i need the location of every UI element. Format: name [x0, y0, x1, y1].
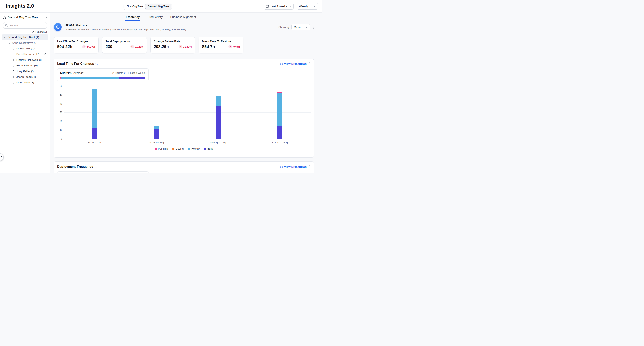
tree-item[interactable]: Brian Kirkland (6) [2, 63, 48, 68]
lead-time-kebab-menu-icon[interactable] [309, 62, 311, 66]
dora-kebab-menu-icon[interactable] [312, 25, 314, 29]
metric-value-row: 230↘21.23% [106, 44, 144, 49]
tree-item-label: Brian Kirkland (6) [16, 64, 38, 67]
calendar-icon [266, 5, 269, 8]
lead-time-title: Lead Time For Changes [57, 62, 94, 66]
y-axis-tick-label: 0 [57, 137, 62, 140]
metric-title: Lead Time For Changes [57, 40, 95, 43]
chevron-down-icon [306, 26, 308, 28]
chart-bar[interactable] [92, 89, 97, 139]
chevron-down-icon[interactable] [8, 42, 10, 44]
trend-delta: 84.37% [87, 45, 95, 48]
search-icon [5, 24, 8, 27]
tree-item[interactable]: Maya Yette (3) [2, 80, 48, 85]
bar-segment-review [92, 89, 97, 128]
y-axis-tick-label: 40 [57, 102, 62, 105]
header-controls: Last 4 Weeks Weekly [264, 3, 318, 9]
tree-item[interactable]: Direct Reports of A... [2, 51, 48, 57]
tree-item[interactable]: Mary Lowery (6) [2, 46, 48, 51]
chart-bar[interactable] [216, 96, 220, 139]
tree-item[interactable]: Lindsay Liszewski (8) [2, 57, 48, 63]
chevron-right-icon[interactable] [12, 59, 15, 61]
app-title: Insights 2.0 [6, 3, 34, 9]
chart-bar[interactable] [154, 126, 159, 139]
sidebar-header: Second Org Tree Root [3, 15, 47, 19]
tree-item[interactable]: Tony Pallas (5) [2, 68, 48, 74]
metric-title: Mean Time To Restore [202, 40, 240, 43]
chevron-up-icon[interactable] [44, 16, 47, 18]
deployment-frequency-kebab-menu-icon[interactable] [309, 165, 311, 169]
legend-label: Planning [158, 147, 168, 150]
tree-item[interactable]: Jason Stead (4) [2, 74, 48, 80]
chart-bar[interactable] [277, 92, 282, 139]
info-icon[interactable] [95, 62, 98, 65]
trend-up-icon: ↗ [228, 45, 232, 48]
tab-business-alignment[interactable]: Business Alignment [170, 14, 196, 21]
tickets-count: 404 Tickets [110, 71, 123, 74]
view-breakdown-button[interactable]: View Breakdown [280, 165, 306, 168]
legend-item[interactable]: Coding [172, 147, 184, 150]
gridline [64, 112, 311, 113]
chevron-right-icon[interactable] [12, 70, 15, 73]
gridline [64, 104, 311, 104]
toggle-first-org-tree[interactable]: First Org Tree [124, 4, 145, 9]
chart-plot [64, 86, 311, 139]
chevron-down-icon[interactable] [4, 36, 6, 38]
legend-item[interactable]: Review [188, 147, 200, 150]
summary-value: 50d 22h [60, 71, 72, 75]
search-input[interactable] [3, 22, 47, 28]
lead-time-card-actions: View Breakdown [280, 62, 311, 66]
deployment-frequency-card-header: Deployment Frequency View Breakdown [54, 162, 314, 169]
chevron-right-icon[interactable] [12, 47, 15, 50]
lead-time-summary-row: 50d 22h (Average) 404 Tickets | Last 4 W… [60, 71, 146, 75]
chart-xaxis: 21 Jul-27 Jul28 Jul-03 Aug04 Aug-10 Aug1… [64, 141, 311, 145]
metric-card: Mean Time To Restore85d 7h↗40.8% [199, 37, 244, 53]
tab-productivity[interactable]: Productivity [147, 14, 163, 21]
bar-segment-build [154, 129, 159, 139]
x-axis-label: 21 Jul-27 Jul [80, 141, 109, 144]
phase-segment-review [62, 77, 118, 79]
sidebar: Second Org Tree Root Expand All Second O… [0, 12, 50, 173]
expand-all-button[interactable]: Expand All [3, 31, 47, 33]
chevron-right-icon[interactable] [12, 81, 15, 84]
sliders-icon[interactable] [44, 53, 47, 55]
legend-swatch [188, 148, 190, 150]
toggle-second-org-tree[interactable]: Second Org Tree [145, 4, 171, 9]
legend-swatch [155, 148, 157, 150]
granularity-select[interactable]: Weekly [297, 3, 318, 9]
org-tree-toggle: First Org Tree Second Org Tree [124, 3, 172, 10]
metric-title: Change Failure Rate [154, 40, 192, 43]
expand-icon [280, 166, 283, 168]
view-breakdown-button[interactable]: View Breakdown [280, 62, 306, 65]
sidebar-root-label: Second Org Tree Root [8, 15, 38, 19]
y-axis-tick-label: 50 [57, 93, 62, 96]
tree-item-label: Second Org Tree Root (1) [8, 36, 39, 39]
tab-efficiency[interactable]: Efficiency [126, 14, 140, 21]
tree-item[interactable]: Anna Scozzafava (7) [2, 40, 48, 46]
info-icon[interactable] [124, 71, 126, 74]
chevron-down-icon [314, 6, 316, 7]
y-axis-tick-label: 10 [57, 129, 62, 132]
chevron-right-icon[interactable] [12, 64, 15, 67]
tree-item-label: Jason Stead (4) [16, 75, 36, 78]
org-hierarchy-icon [3, 16, 6, 19]
info-icon[interactable] [94, 165, 98, 168]
chevron-right-icon[interactable] [12, 76, 15, 78]
legend-label: Coding [176, 147, 184, 150]
chevron-down-icon [289, 6, 291, 7]
x-axis-label: 28 Jul-03 Aug [142, 141, 170, 144]
showing-select[interactable]: Mean [291, 24, 310, 30]
metric-title: Total Deployments [106, 40, 144, 43]
metric-unit: % [167, 46, 169, 49]
date-range-select[interactable]: Last 4 Weeks [264, 3, 294, 9]
tree-item-label: Tony Pallas (5) [16, 70, 34, 73]
lead-time-card: Lead Time For Changes View Breakdown 50d… [54, 59, 314, 158]
gridline [64, 95, 311, 95]
legend-item[interactable]: Build [204, 147, 213, 150]
tree-item[interactable]: Second Org Tree Root (1) [2, 34, 48, 40]
legend-item[interactable]: Planning [155, 147, 168, 150]
metric-value: 208.26 [154, 44, 166, 49]
phase-segment-build [119, 77, 146, 79]
x-axis-label: 11 Aug-17 Aug [266, 141, 294, 144]
y-axis-tick-label: 30 [57, 111, 62, 114]
